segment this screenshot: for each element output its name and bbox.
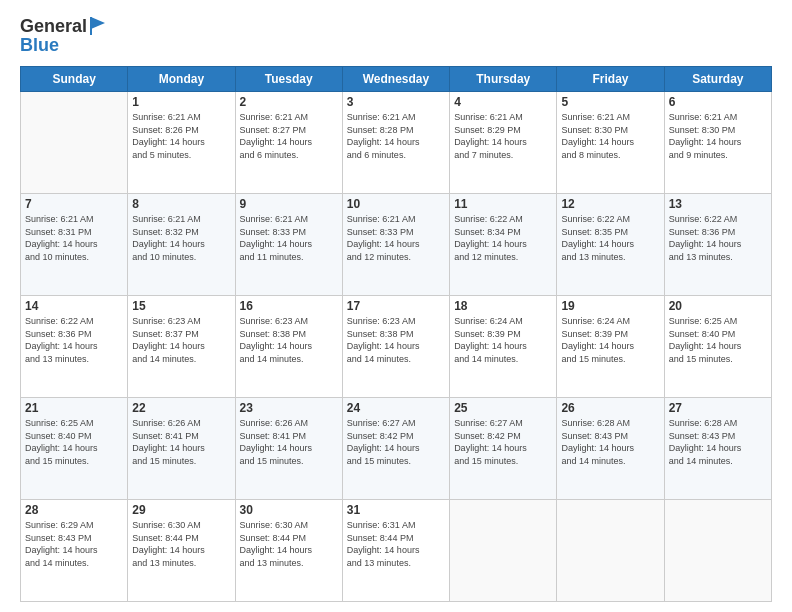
day-info: Sunrise: 6:28 AM Sunset: 8:43 PM Dayligh… [561,417,659,467]
day-number: 27 [669,401,767,415]
calendar-cell [664,500,771,602]
calendar-cell: 11Sunrise: 6:22 AM Sunset: 8:34 PM Dayli… [450,194,557,296]
calendar-cell [21,92,128,194]
weekday-header-saturday: Saturday [664,67,771,92]
day-number: 11 [454,197,552,211]
calendar-cell: 28Sunrise: 6:29 AM Sunset: 8:43 PM Dayli… [21,500,128,602]
day-number: 12 [561,197,659,211]
weekday-header-monday: Monday [128,67,235,92]
logo-blue-text: Blue [20,35,107,56]
calendar-cell: 8Sunrise: 6:21 AM Sunset: 8:32 PM Daylig… [128,194,235,296]
day-number: 30 [240,503,338,517]
day-number: 3 [347,95,445,109]
logo: General Blue [20,16,107,56]
weekday-header-row: SundayMondayTuesdayWednesdayThursdayFrid… [21,67,772,92]
calendar-cell: 20Sunrise: 6:25 AM Sunset: 8:40 PM Dayli… [664,296,771,398]
day-info: Sunrise: 6:27 AM Sunset: 8:42 PM Dayligh… [454,417,552,467]
calendar-cell: 17Sunrise: 6:23 AM Sunset: 8:38 PM Dayli… [342,296,449,398]
calendar-cell: 22Sunrise: 6:26 AM Sunset: 8:41 PM Dayli… [128,398,235,500]
day-number: 7 [25,197,123,211]
calendar-week-row: 7Sunrise: 6:21 AM Sunset: 8:31 PM Daylig… [21,194,772,296]
weekday-header-thursday: Thursday [450,67,557,92]
day-number: 25 [454,401,552,415]
calendar-cell: 14Sunrise: 6:22 AM Sunset: 8:36 PM Dayli… [21,296,128,398]
day-info: Sunrise: 6:23 AM Sunset: 8:37 PM Dayligh… [132,315,230,365]
day-info: Sunrise: 6:21 AM Sunset: 8:33 PM Dayligh… [240,213,338,263]
day-number: 24 [347,401,445,415]
calendar-cell: 31Sunrise: 6:31 AM Sunset: 8:44 PM Dayli… [342,500,449,602]
day-number: 10 [347,197,445,211]
weekday-header-tuesday: Tuesday [235,67,342,92]
day-info: Sunrise: 6:28 AM Sunset: 8:43 PM Dayligh… [669,417,767,467]
calendar-cell: 24Sunrise: 6:27 AM Sunset: 8:42 PM Dayli… [342,398,449,500]
day-number: 22 [132,401,230,415]
weekday-header-wednesday: Wednesday [342,67,449,92]
day-number: 6 [669,95,767,109]
day-number: 2 [240,95,338,109]
calendar-cell: 12Sunrise: 6:22 AM Sunset: 8:35 PM Dayli… [557,194,664,296]
header: General Blue [20,16,772,56]
calendar-week-row: 14Sunrise: 6:22 AM Sunset: 8:36 PM Dayli… [21,296,772,398]
day-info: Sunrise: 6:21 AM Sunset: 8:30 PM Dayligh… [669,111,767,161]
calendar-cell: 5Sunrise: 6:21 AM Sunset: 8:30 PM Daylig… [557,92,664,194]
calendar-week-row: 21Sunrise: 6:25 AM Sunset: 8:40 PM Dayli… [21,398,772,500]
day-number: 14 [25,299,123,313]
day-number: 26 [561,401,659,415]
day-number: 16 [240,299,338,313]
weekday-header-friday: Friday [557,67,664,92]
day-info: Sunrise: 6:21 AM Sunset: 8:29 PM Dayligh… [454,111,552,161]
day-number: 29 [132,503,230,517]
day-number: 20 [669,299,767,313]
day-number: 31 [347,503,445,517]
logo-flag-icon [89,15,107,37]
day-info: Sunrise: 6:29 AM Sunset: 8:43 PM Dayligh… [25,519,123,569]
calendar-cell: 16Sunrise: 6:23 AM Sunset: 8:38 PM Dayli… [235,296,342,398]
day-info: Sunrise: 6:26 AM Sunset: 8:41 PM Dayligh… [132,417,230,467]
calendar-cell: 1Sunrise: 6:21 AM Sunset: 8:26 PM Daylig… [128,92,235,194]
day-info: Sunrise: 6:27 AM Sunset: 8:42 PM Dayligh… [347,417,445,467]
calendar-week-row: 28Sunrise: 6:29 AM Sunset: 8:43 PM Dayli… [21,500,772,602]
day-number: 4 [454,95,552,109]
day-info: Sunrise: 6:24 AM Sunset: 8:39 PM Dayligh… [454,315,552,365]
day-number: 17 [347,299,445,313]
day-info: Sunrise: 6:21 AM Sunset: 8:32 PM Dayligh… [132,213,230,263]
day-info: Sunrise: 6:21 AM Sunset: 8:30 PM Dayligh… [561,111,659,161]
day-number: 19 [561,299,659,313]
calendar-cell: 4Sunrise: 6:21 AM Sunset: 8:29 PM Daylig… [450,92,557,194]
calendar-cell [450,500,557,602]
calendar-table: SundayMondayTuesdayWednesdayThursdayFrid… [20,66,772,602]
day-info: Sunrise: 6:30 AM Sunset: 8:44 PM Dayligh… [240,519,338,569]
calendar-cell: 18Sunrise: 6:24 AM Sunset: 8:39 PM Dayli… [450,296,557,398]
day-info: Sunrise: 6:22 AM Sunset: 8:36 PM Dayligh… [25,315,123,365]
day-info: Sunrise: 6:25 AM Sunset: 8:40 PM Dayligh… [25,417,123,467]
day-info: Sunrise: 6:21 AM Sunset: 8:27 PM Dayligh… [240,111,338,161]
calendar-cell: 10Sunrise: 6:21 AM Sunset: 8:33 PM Dayli… [342,194,449,296]
calendar-week-row: 1Sunrise: 6:21 AM Sunset: 8:26 PM Daylig… [21,92,772,194]
day-number: 8 [132,197,230,211]
calendar-cell: 7Sunrise: 6:21 AM Sunset: 8:31 PM Daylig… [21,194,128,296]
page: General Blue SundayMondayTuesdayWednesda… [0,0,792,612]
day-info: Sunrise: 6:21 AM Sunset: 8:28 PM Dayligh… [347,111,445,161]
calendar-cell: 19Sunrise: 6:24 AM Sunset: 8:39 PM Dayli… [557,296,664,398]
day-info: Sunrise: 6:25 AM Sunset: 8:40 PM Dayligh… [669,315,767,365]
calendar-cell: 30Sunrise: 6:30 AM Sunset: 8:44 PM Dayli… [235,500,342,602]
day-number: 21 [25,401,123,415]
day-info: Sunrise: 6:23 AM Sunset: 8:38 PM Dayligh… [240,315,338,365]
calendar-cell: 2Sunrise: 6:21 AM Sunset: 8:27 PM Daylig… [235,92,342,194]
day-info: Sunrise: 6:26 AM Sunset: 8:41 PM Dayligh… [240,417,338,467]
calendar-cell: 23Sunrise: 6:26 AM Sunset: 8:41 PM Dayli… [235,398,342,500]
day-info: Sunrise: 6:21 AM Sunset: 8:31 PM Dayligh… [25,213,123,263]
calendar-cell: 29Sunrise: 6:30 AM Sunset: 8:44 PM Dayli… [128,500,235,602]
day-number: 28 [25,503,123,517]
day-number: 9 [240,197,338,211]
day-number: 23 [240,401,338,415]
day-info: Sunrise: 6:22 AM Sunset: 8:35 PM Dayligh… [561,213,659,263]
day-info: Sunrise: 6:21 AM Sunset: 8:33 PM Dayligh… [347,213,445,263]
calendar-cell: 15Sunrise: 6:23 AM Sunset: 8:37 PM Dayli… [128,296,235,398]
calendar-cell: 6Sunrise: 6:21 AM Sunset: 8:30 PM Daylig… [664,92,771,194]
calendar-cell: 26Sunrise: 6:28 AM Sunset: 8:43 PM Dayli… [557,398,664,500]
day-number: 18 [454,299,552,313]
logo-general-text: General [20,16,87,37]
day-info: Sunrise: 6:30 AM Sunset: 8:44 PM Dayligh… [132,519,230,569]
day-info: Sunrise: 6:23 AM Sunset: 8:38 PM Dayligh… [347,315,445,365]
